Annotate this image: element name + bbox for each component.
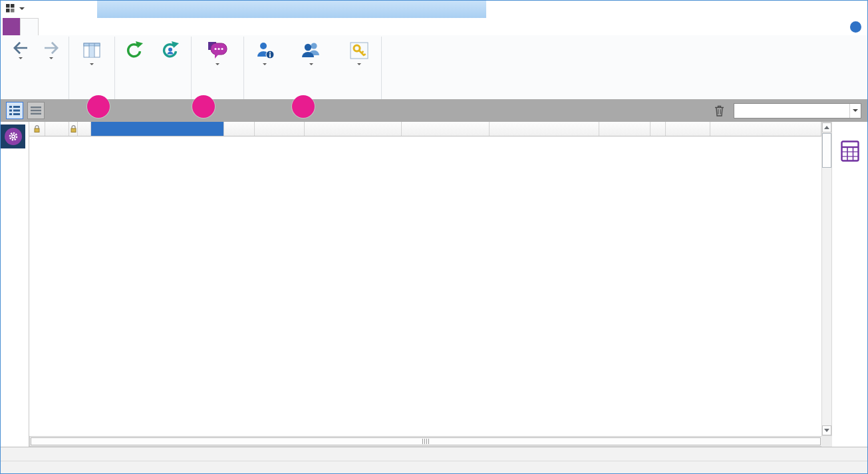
tab-column-format[interactable]	[73, 18, 90, 35]
column-header-external[interactable]	[224, 122, 255, 136]
refresh-icon	[124, 39, 144, 62]
help-icon[interactable]	[850, 21, 861, 33]
maximize-button[interactable]	[826, 2, 845, 16]
tab-explode-cells[interactable]	[90, 18, 108, 35]
app-status-bar	[1, 461, 867, 474]
title-bar	[1, 1, 867, 18]
column-header-owner[interactable]	[91, 122, 224, 136]
app-icon	[6, 4, 15, 13]
tab-manage[interactable]	[20, 18, 39, 35]
user-details-button[interactable]	[246, 37, 283, 67]
scroll-down-button[interactable]	[822, 425, 831, 435]
column-header-web-url[interactable]	[599, 122, 651, 136]
tab-feedback[interactable]	[197, 18, 214, 35]
settings-panel-handle[interactable]	[1, 124, 25, 148]
callout-badge-2	[192, 95, 215, 118]
horizontal-scroll-thumb[interactable]	[31, 437, 821, 445]
dropdown-caret-icon	[309, 63, 313, 67]
tab-windows[interactable]	[180, 18, 197, 35]
column-header-row-icon[interactable]	[78, 122, 91, 136]
dropdown-caret-icon	[19, 57, 23, 61]
grouping-bar	[1, 99, 867, 122]
flat-view-button[interactable]	[27, 102, 45, 119]
delete-preset-button[interactable]	[711, 103, 727, 118]
lock-icon	[34, 125, 40, 132]
dropdown-caret-icon	[216, 63, 219, 67]
tab-hierarchy[interactable]	[125, 18, 142, 35]
close-button[interactable]	[845, 2, 865, 16]
column-header-created-on[interactable]	[305, 122, 402, 136]
ribbon-group-view	[69, 37, 115, 99]
group-membership-button[interactable]	[283, 37, 339, 67]
contextual-tab-band	[97, 1, 486, 18]
tab-global[interactable]	[39, 18, 56, 35]
licenses-button[interactable]	[339, 37, 379, 67]
tab-grouping[interactable]	[108, 18, 125, 35]
column-header-lock-a[interactable]	[29, 122, 45, 136]
ribbon-tab-row	[1, 18, 867, 35]
key-icon	[349, 39, 370, 62]
selected-users-button[interactable]	[152, 37, 189, 62]
column-header-chat-type[interactable]	[255, 122, 305, 136]
window-title	[492, 1, 804, 18]
dropdown-caret-icon	[357, 63, 361, 67]
ribbon-group-load	[115, 37, 192, 99]
right-panel-gutter	[832, 122, 868, 447]
list-icon	[31, 106, 41, 115]
refresh-users-icon	[160, 39, 180, 62]
horizontal-scrollbar[interactable]	[29, 436, 822, 447]
scroll-up-button[interactable]	[822, 122, 831, 132]
grid-status-bar	[1, 447, 867, 461]
messages-button[interactable]	[194, 37, 241, 67]
quick-access-toolbar[interactable]	[6, 4, 25, 13]
ribbon-group-user-management	[244, 37, 382, 99]
ribbon-group-nav	[3, 37, 69, 99]
list-detail-icon	[9, 106, 20, 115]
vertical-scrollbar[interactable]	[821, 122, 832, 436]
hierarchy-view-button[interactable]	[6, 102, 23, 119]
callout-badge-3	[292, 95, 315, 118]
tab-sapio365[interactable]	[3, 18, 20, 35]
dropdown-caret-icon	[90, 63, 94, 67]
person-info-icon	[255, 39, 275, 62]
vertical-scroll-thumb[interactable]	[822, 133, 831, 168]
column-header-hierarchy[interactable]	[45, 122, 69, 136]
people-icon	[300, 39, 323, 62]
side-panel-icon[interactable]	[841, 140, 859, 164]
trash-icon	[714, 105, 724, 117]
grid-area	[1, 122, 867, 447]
column-header-m[interactable]	[651, 122, 666, 136]
column-header-lock-b[interactable]	[69, 122, 78, 136]
lock-icon	[71, 125, 76, 132]
data-grid	[29, 122, 821, 447]
ribbon-group-management	[192, 37, 244, 99]
gear-icon	[5, 128, 22, 145]
grid-header	[29, 122, 821, 136]
tab-sort-filter[interactable]	[56, 18, 73, 35]
grid-preset-select[interactable]	[734, 103, 861, 118]
column-header-chat-topic[interactable]	[490, 122, 599, 136]
combo-caret-icon[interactable]	[849, 104, 861, 118]
window-controls	[807, 2, 865, 16]
ribbon	[1, 35, 867, 99]
callout-badge-1	[87, 95, 110, 118]
messages-icon	[206, 39, 229, 62]
qat-caret-icon[interactable]	[19, 7, 25, 13]
column-map-icon	[81, 39, 102, 62]
scrollbar-corner	[821, 436, 832, 447]
back-arrow-icon	[12, 41, 29, 55]
tab-options[interactable]	[142, 18, 160, 35]
scroll-grip-icon	[422, 437, 430, 446]
dropdown-caret-icon	[263, 63, 267, 67]
column-header-members[interactable]	[666, 122, 710, 136]
grid-rows	[29, 136, 821, 436]
tab-session[interactable]	[160, 18, 180, 35]
minimize-button[interactable]	[807, 2, 826, 16]
forward-button[interactable]	[36, 37, 67, 61]
back-button[interactable]	[5, 37, 36, 61]
column-header-members-display-name[interactable]	[710, 122, 821, 136]
column-map-button[interactable]	[71, 37, 112, 67]
forward-arrow-icon	[43, 41, 60, 55]
refresh-all-button[interactable]	[117, 37, 152, 62]
column-header-last-updated[interactable]	[402, 122, 490, 136]
